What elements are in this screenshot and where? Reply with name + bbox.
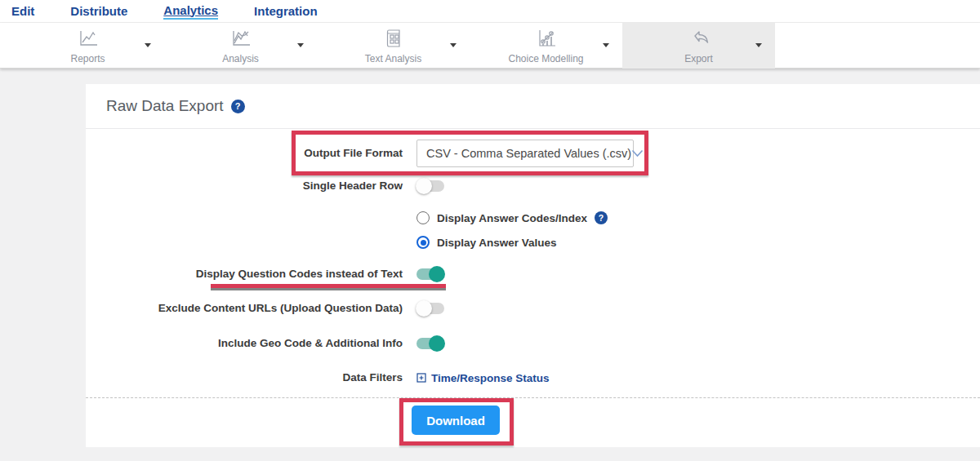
- select-chevron-down-icon: [631, 149, 644, 157]
- choice-modelling-chart-icon: [536, 29, 557, 48]
- single-header-toggle-off[interactable]: [416, 180, 444, 192]
- help-icon[interactable]: ?: [231, 100, 245, 113]
- chevron-down-icon[interactable]: [603, 43, 609, 47]
- download-button[interactable]: Download: [412, 406, 500, 435]
- panel-title-row: Raw Data Export ?: [86, 84, 980, 129]
- nav-item-integration[interactable]: Integration: [254, 4, 318, 18]
- toolbar-tab-label: Reports: [11, 53, 164, 64]
- time-response-status-text: Time/Response Status: [431, 372, 550, 384]
- data-filters-label: Data Filters: [86, 369, 403, 387]
- toggle-knob: [416, 178, 432, 194]
- geo-code-toggle-on[interactable]: [416, 338, 444, 349]
- plus-box-icon: [416, 373, 426, 383]
- data-filters-row: Data Filters Time/Response Status: [86, 369, 980, 387]
- chevron-down-icon[interactable]: [145, 43, 151, 47]
- toolbar-tab-label: Choice Modelling: [470, 53, 622, 64]
- toolbar-tab-reports[interactable]: Reports: [11, 23, 164, 69]
- annotation-underline-question-codes: [211, 284, 446, 288]
- top-navigation: Edit Distribute Analytics Integration: [0, 0, 980, 23]
- toolbar-tab-analysis[interactable]: Analysis: [164, 23, 317, 69]
- question-codes-label: Display Question Codes instead of Text: [86, 265, 403, 283]
- output-format-row: Output File Format CSV - Comma Separated…: [86, 140, 980, 167]
- answer-codes-radio-unselected[interactable]: [416, 211, 430, 224]
- export-arrow-icon: [687, 29, 711, 48]
- answer-codes-radio-row: Display Answer Codes/Index ?: [86, 209, 980, 227]
- nav-item-distribute[interactable]: Distribute: [70, 4, 127, 18]
- time-response-status-link[interactable]: Time/Response Status: [416, 372, 550, 384]
- answer-codes-radio-label: Display Answer Codes/Index: [437, 212, 587, 224]
- help-icon[interactable]: ?: [595, 211, 608, 224]
- output-format-label: Output File Format: [86, 140, 403, 167]
- toolbar-tab-label: Analysis: [164, 53, 317, 64]
- geo-code-row: Include Geo Code & Additional Info: [86, 335, 980, 352]
- raw-data-export-panel: Raw Data Export ? Output File Format CSV…: [86, 84, 980, 447]
- toolbar-tab-choice-modelling[interactable]: Choice Modelling: [470, 23, 622, 69]
- single-header-row: Single Header Row: [86, 177, 980, 195]
- nav-item-analytics[interactable]: Analytics: [163, 3, 218, 20]
- reports-line-chart-icon: [78, 29, 99, 48]
- toolbar-tab-label: Text Analysis: [317, 53, 470, 64]
- nav-item-edit[interactable]: Edit: [11, 4, 34, 18]
- output-format-select[interactable]: CSV - Comma Separated Values (.csv): [416, 140, 634, 167]
- exclude-urls-row: Exclude Content URLs (Upload Question Da…: [86, 299, 980, 317]
- toolbar-tab-label: Export: [622, 53, 775, 64]
- exclude-urls-label: Exclude Content URLs (Upload Question Da…: [86, 299, 403, 317]
- analysis-multiline-chart-icon: [230, 29, 252, 48]
- output-format-selected-value: CSV - Comma Separated Values (.csv): [426, 147, 631, 160]
- toolbar-tab-export-active[interactable]: Export: [622, 23, 775, 69]
- toggle-knob: [429, 335, 445, 352]
- toolbar-tab-text-analysis[interactable]: Text Analysis: [317, 23, 470, 69]
- answer-values-radio-label: Display Answer Values: [437, 237, 557, 249]
- chevron-down-icon[interactable]: [755, 43, 762, 47]
- toggle-knob: [416, 300, 432, 317]
- chevron-down-icon[interactable]: [450, 43, 457, 47]
- answer-values-radio-selected[interactable]: [416, 236, 430, 249]
- exclude-urls-toggle-off[interactable]: [416, 303, 444, 314]
- question-codes-toggle-on[interactable]: [416, 268, 444, 280]
- answer-values-radio-row: Display Answer Values: [86, 233, 980, 251]
- dashed-separator: [86, 397, 980, 398]
- analytics-toolbar: Reports Analysis Text Ana: [0, 23, 980, 69]
- single-header-label: Single Header Row: [86, 177, 403, 195]
- chevron-down-icon[interactable]: [297, 43, 304, 47]
- text-analysis-document-icon: [383, 29, 404, 48]
- page-title: Raw Data Export: [106, 97, 224, 115]
- geo-code-label: Include Geo Code & Additional Info: [86, 335, 403, 352]
- question-codes-row: Display Question Codes instead of Text: [86, 265, 980, 283]
- toggle-knob: [429, 266, 445, 282]
